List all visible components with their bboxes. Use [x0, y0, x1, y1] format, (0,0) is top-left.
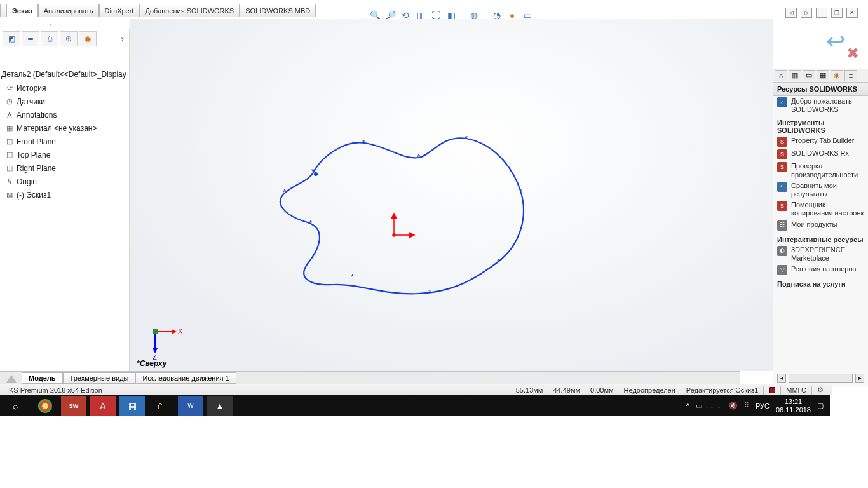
svg-marker-19 [153, 348, 158, 353]
tree-item-front-plane[interactable]: ◫Front Plane [0, 135, 129, 148]
resource-link[interactable]: ▽Решения партнеров [773, 264, 868, 276]
resource-tab-home-icon[interactable]: ⌂ [775, 70, 787, 81]
resource-group-interactive: Интерактивные ресурсы [773, 232, 868, 245]
resource-tab-6[interactable]: ≡ [844, 70, 857, 81]
status-coord-y: 44.49мм [548, 386, 585, 394]
taskbar-acrobat-icon[interactable]: A [90, 396, 116, 416]
scroll-track[interactable] [789, 374, 853, 383]
plane-icon: ◫ [5, 151, 14, 159]
sketch-icon: ▧ [5, 191, 14, 200]
svg-text:*: * [283, 187, 286, 197]
window-minimize-icon[interactable]: — [816, 8, 827, 18]
resource-tab-4[interactable]: ▦ [817, 70, 829, 81]
sketch-spline: * * * * * * * * * * [130, 19, 740, 371]
graphics-viewport[interactable]: * * * * * * * * * * [130, 19, 773, 371]
window-controls: ◁ ▷ — ❐ ✕ [785, 8, 858, 18]
resource-link[interactable]: SПроверка производительности [773, 161, 868, 180]
tree-root[interactable]: Деталь2 (Default<<Default>_Display [0, 67, 129, 81]
resource-tab-2[interactable]: ▥ [789, 70, 801, 81]
ribbon-tab-analyze[interactable]: Анализировать [38, 4, 99, 17]
taskbar-app-icon[interactable]: ▦ [119, 396, 145, 416]
scroll-right-icon[interactable]: ▸ [855, 374, 864, 383]
annotations-icon: A [5, 111, 14, 119]
cancel-sketch-icon[interactable]: ✖ [846, 44, 859, 62]
status-units[interactable]: ММГС [781, 386, 811, 394]
tree-label: Датчики [17, 97, 45, 106]
sw-app-icon: S [777, 149, 787, 159]
windows-taskbar: ⌕ SW A ▦ 🗀 W ▲ ^ ▭ ⋮⋮ 🔇 ⠿ РУС 13:21 06.1… [0, 395, 830, 416]
tray-battery-icon[interactable]: ▭ [696, 402, 702, 410]
resource-link[interactable]: SProperty Tab Builder [773, 135, 868, 148]
svg-point-15 [314, 172, 318, 176]
tray-dropbox-icon[interactable]: ⠿ [744, 402, 749, 410]
resource-label: 3DEXPERIENCE Marketplace [791, 246, 864, 262]
doc-tab-motion[interactable]: Исследование движения 1 [135, 372, 236, 384]
taskbar-photos-icon[interactable]: ▲ [207, 396, 233, 416]
ribbon-tab-dimxpert[interactable]: DimXpert [99, 4, 140, 17]
resource-link[interactable]: ◐3DEXPERIENCE Marketplace [773, 245, 868, 264]
window-prev-icon[interactable]: ◁ [785, 8, 797, 18]
panel-tab-overflow-icon[interactable]: › [118, 34, 126, 44]
taskbar-search-icon[interactable]: ⌕ [3, 396, 28, 416]
svg-text:*: * [417, 152, 420, 162]
tree-item-sensors[interactable]: ◷Датчики [0, 95, 129, 108]
resource-label: SOLIDWORKS Rx [791, 149, 849, 158]
ribbon-tab-mbd[interactable]: SOLIDWORKS MBD [240, 4, 316, 17]
tray-clock[interactable]: 13:21 06.11.2018 [776, 398, 811, 413]
window-close-icon[interactable]: ✕ [846, 8, 858, 18]
status-edition: KS Premium 2018 x64 Edition [4, 386, 107, 394]
panel-tab-4[interactable]: ⊕ [60, 31, 78, 46]
panel-tab-5[interactable]: ◉ [79, 31, 97, 46]
resource-tab-5[interactable]: ◉ [831, 70, 843, 81]
scroll-left-icon[interactable]: ◂ [777, 374, 786, 383]
resource-link[interactable]: SПомощник копирования настроек [773, 200, 868, 219]
tray-overflow-icon[interactable]: ^ [686, 402, 689, 410]
status-defined: Недоопределен [619, 386, 681, 394]
svg-point-4 [393, 234, 395, 236]
panel-tab-2[interactable]: ≣ [22, 31, 39, 46]
tree-label: Top Plane [17, 151, 50, 159]
tray-action-center-icon[interactable]: ▢ [817, 402, 824, 410]
resource-tab-3[interactable]: ▭ [803, 70, 815, 81]
coordinate-triad-icon: X Z [147, 324, 186, 362]
panel-tab-3[interactable]: ⎙ [41, 31, 58, 46]
doc-tab-model[interactable]: Модель [22, 372, 63, 384]
tray-wifi-icon[interactable]: ⋮⋮ [709, 402, 722, 410]
svg-text:*: * [351, 272, 354, 281]
resource-label: Добро пожаловать SOLIDWORKS [791, 97, 864, 114]
tree-item-right-plane[interactable]: ◫Right Plane [0, 161, 129, 175]
resource-link[interactable]: ☷Мои продукты [773, 219, 868, 232]
window-next-icon[interactable]: ▷ [801, 8, 812, 18]
home-icon: ⌂ [777, 97, 787, 107]
svg-marker-17 [172, 329, 177, 334]
tray-time: 13:21 [776, 398, 811, 405]
tab-nav-icon[interactable] [6, 375, 17, 383]
history-icon: ⟳ [5, 84, 14, 93]
resource-link[interactable]: SSOLIDWORKS Rx [773, 148, 868, 161]
ribbon-tab-stub[interactable] [0, 4, 6, 17]
panel-tabs: ◩ ≣ ⎙ ⊕ ◉ › [0, 29, 129, 48]
panel-tab-1[interactable]: ◩ [3, 31, 20, 46]
resource-scrollbar[interactable]: ◂ ▸ [777, 374, 864, 383]
doc-tab-3dviews[interactable]: Трехмерные виды [63, 372, 136, 384]
taskbar-solidworks-icon[interactable]: SW [61, 396, 86, 416]
tree-item-history[interactable]: ⟳История [0, 81, 129, 95]
tree-item-top-plane[interactable]: ◫Top Plane [0, 148, 129, 161]
status-settings-icon[interactable]: ⚙ [812, 386, 829, 394]
tree-item-sketch1[interactable]: ▧(-) Эскиз1 [0, 188, 129, 201]
taskbar-explorer-icon[interactable]: 🗀 [149, 396, 174, 416]
window-maximize-icon[interactable]: ❐ [831, 8, 843, 18]
taskbar-chrome-icon[interactable] [38, 399, 52, 413]
ribbon-tab-sketch[interactable]: Эскиз [6, 4, 38, 17]
resource-link[interactable]: ≈Сравнить мои результаты [773, 180, 868, 200]
taskbar-word-icon[interactable]: W [178, 396, 203, 416]
tray-language[interactable]: РУС [756, 402, 770, 410]
ribbon-tab-addins[interactable]: Добавления SOLIDWORKS [139, 4, 240, 17]
tree-item-material[interactable]: ▦Материал <не указан> [0, 121, 129, 135]
tray-volume-icon[interactable]: 🔇 [729, 402, 738, 410]
resource-welcome[interactable]: ⌂ Добро пожаловать SOLIDWORKS [773, 96, 868, 115]
tree-item-origin[interactable]: ↳Origin [0, 175, 129, 188]
tree-item-annotations[interactable]: AAnnotations [0, 108, 129, 121]
resource-label: Мои продукты [791, 220, 837, 229]
sw-app-icon: S [777, 162, 787, 172]
